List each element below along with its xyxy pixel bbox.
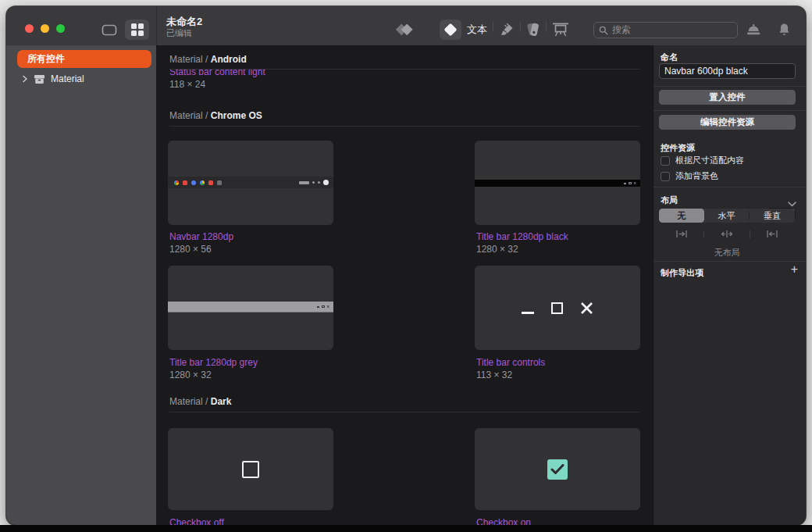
background-color-checkbox-row[interactable]: 添加背景色 <box>661 170 718 182</box>
text-tool-label: 文本 <box>467 23 487 37</box>
layout-segmented-control: 无 水平 垂直 <box>659 209 795 223</box>
zoom-window-button[interactable] <box>56 24 65 33</box>
component-size: 1280 × 32 <box>476 244 518 255</box>
section-divider <box>169 412 639 412</box>
style-tool-button[interactable] <box>498 21 515 38</box>
no-layout-text: 无布局 <box>659 247 795 259</box>
arrange-expand-button[interactable] <box>704 230 749 238</box>
edit-component-source-button[interactable]: 编辑控件资源 <box>659 115 796 130</box>
title-bar: 未命名2 已编辑 文本 <box>6 6 806 45</box>
fit-content-label: 根据尺寸适配内容 <box>675 155 744 166</box>
inspector-divider <box>654 261 806 262</box>
component-name[interactable]: Title bar controls <box>476 357 545 368</box>
artboard-tool-button[interactable] <box>550 20 570 37</box>
mini-window-controls <box>624 182 636 185</box>
component-name[interactable]: Title bar 1280dp grey <box>169 357 258 368</box>
checkbox-unchecked-icon[interactable] <box>661 172 670 181</box>
double-diamond-icon <box>395 23 415 37</box>
component-name[interactable]: Title bar 1280dp black <box>476 231 568 242</box>
document-status: 已编辑 <box>166 28 202 38</box>
publish-button[interactable] <box>743 21 764 38</box>
component-card-titlebar-grey[interactable] <box>168 266 333 350</box>
titlebar-grey-preview <box>168 302 333 312</box>
breadcrumb-dark: Material / Dark <box>169 396 231 407</box>
component-size: 1280 × 32 <box>169 370 212 380</box>
notifications-button[interactable] <box>775 21 793 38</box>
shelf-status-tray <box>299 180 329 185</box>
library-box-icon <box>34 74 45 84</box>
add-export-button[interactable]: + <box>791 264 798 275</box>
component-name: Status bar content light <box>169 70 265 77</box>
breadcrumb-separator: / <box>205 54 208 65</box>
component-name[interactable]: Checkbox off <box>169 517 224 525</box>
breadcrumb-library: Material <box>169 396 203 407</box>
component-label-clipped[interactable]: Status bar content light <box>169 70 265 77</box>
layout-option-horizontal[interactable]: 水平 <box>704 209 750 223</box>
component-card-navbar-1280dp[interactable] <box>168 141 333 225</box>
color-swatch-icon <box>526 21 540 37</box>
inspector-divider <box>654 86 806 87</box>
component-size: 118 × 24 <box>169 79 205 90</box>
sidebar-item-all-components[interactable]: 所有控件 <box>17 50 151 68</box>
inspector-panel: 命名 置入控件 编辑控件资源 控件资源 根据尺寸适配内容 添加背景色 <box>653 45 806 525</box>
minimize-icon <box>522 312 534 314</box>
layout-direction-buttons <box>659 227 795 241</box>
text-tool-button[interactable]: 文本 <box>467 23 487 37</box>
component-name-input[interactable] <box>659 63 796 79</box>
component-card-checkbox-on[interactable] <box>475 428 640 510</box>
exports-section-header: 制作导出项 <box>661 267 703 279</box>
fit-content-checkbox-row[interactable]: 根据尺寸适配内容 <box>661 155 744 166</box>
search-field[interactable]: 搜索 <box>593 22 738 38</box>
canvas-view-icon <box>102 24 117 36</box>
grid-view-button[interactable] <box>125 20 149 40</box>
checkbox-on-icon <box>547 459 568 480</box>
arrange-right-button[interactable] <box>659 230 703 238</box>
toolbar-separator <box>546 21 547 32</box>
window-controls-preview <box>522 302 593 315</box>
diamond-icon <box>444 23 458 37</box>
component-name[interactable]: Checkbox on <box>476 517 531 525</box>
chevron-right-icon <box>22 75 28 83</box>
grid-view-icon <box>131 23 144 36</box>
close-window-button[interactable] <box>25 24 34 33</box>
minimize-window-button[interactable] <box>41 24 49 33</box>
document-title-block: 未命名2 已编辑 <box>166 16 202 38</box>
document-title: 未命名2 <box>166 16 202 27</box>
arrow-to-right-icon <box>675 230 688 238</box>
search-placeholder: 搜索 <box>612 23 631 37</box>
inspector-divider <box>654 187 806 187</box>
layout-section-header: 布局 <box>661 195 678 206</box>
checkbox-unchecked-icon[interactable] <box>661 156 670 166</box>
maximize-icon <box>551 302 563 314</box>
arrange-left-button[interactable] <box>750 230 795 238</box>
desktop: 未命名2 已编辑 文本 <box>0 0 812 532</box>
sidebar-item-material[interactable]: Material <box>6 71 156 87</box>
symbols-overview-button[interactable] <box>395 23 415 37</box>
mini-window-controls <box>317 305 329 309</box>
breadcrumb-library: Material <box>169 110 203 121</box>
insert-component-button[interactable]: 置入控件 <box>659 90 796 105</box>
layout-option-vertical[interactable]: 垂直 <box>750 209 795 223</box>
navbar-preview <box>168 177 333 188</box>
component-card-checkbox-off[interactable] <box>168 428 333 510</box>
arrow-to-left-icon <box>766 230 778 238</box>
titlebar-divider <box>156 6 157 45</box>
library-label: Material <box>51 73 84 84</box>
canvas-view-button[interactable] <box>97 20 122 40</box>
symbol-tool-button[interactable] <box>440 20 461 40</box>
breadcrumb-group: Android <box>211 54 247 65</box>
breadcrumb-group: Dark <box>211 396 232 407</box>
service-bell-icon <box>746 23 761 37</box>
breadcrumb-chromeos: Material / Chrome OS <box>169 110 262 121</box>
layout-option-none[interactable]: 无 <box>659 209 704 223</box>
component-card-titlebar-black[interactable] <box>475 141 640 225</box>
swatches-tool-button[interactable] <box>525 20 542 38</box>
component-card-titlebar-controls[interactable] <box>475 266 640 350</box>
arrows-outward-icon <box>721 230 733 238</box>
app-window: 未命名2 已编辑 文本 <box>6 6 806 525</box>
artboard-easel-icon <box>552 22 569 37</box>
components-grid: Material / Android Status bar content li… <box>156 45 653 525</box>
component-name[interactable]: Navbar 1280dp <box>169 231 233 242</box>
inspector-divider <box>654 110 806 111</box>
all-components-label: 所有控件 <box>27 52 65 66</box>
